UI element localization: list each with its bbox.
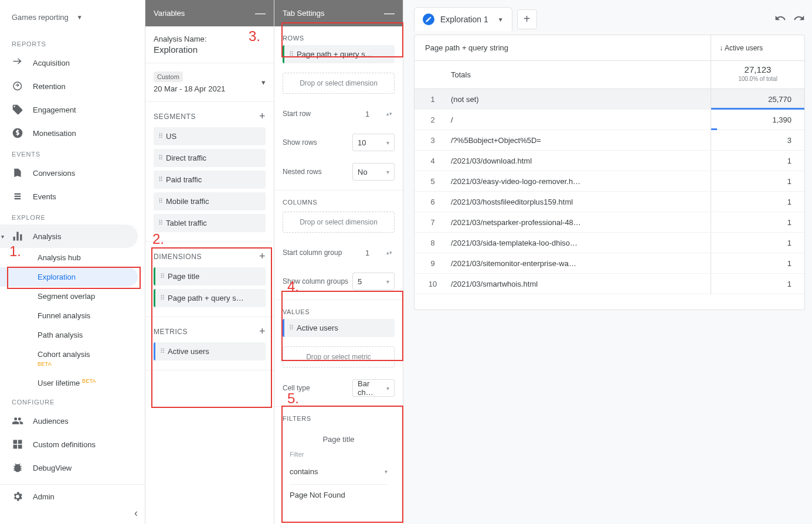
add-dimension-button[interactable]: + bbox=[259, 250, 266, 263]
chip-page-path-query-s-[interactable]: ⠿Page path + query s… bbox=[154, 289, 266, 307]
beta-badge: BETA bbox=[38, 361, 52, 367]
nav-exploration[interactable]: Exploration bbox=[0, 267, 138, 287]
cat-reports: REPORTS bbox=[0, 35, 145, 51]
analysis-name-label: Analysis Name: bbox=[154, 35, 266, 43]
nav-funnel-analysis[interactable]: Funnel analysis bbox=[0, 306, 145, 325]
redo-icon[interactable] bbox=[793, 12, 805, 26]
nested-rows-select[interactable]: No▾ bbox=[352, 163, 395, 181]
filter-dimension: Page title bbox=[290, 435, 388, 444]
row-value: 1 bbox=[711, 192, 804, 212]
debugview-icon bbox=[12, 462, 23, 474]
undo-icon[interactable] bbox=[774, 12, 786, 26]
cell-type-select[interactable]: Bar ch…▾ bbox=[352, 379, 395, 397]
drag-icon: ⠿ bbox=[160, 348, 164, 355]
nav-segment-overlap[interactable]: Segment overlap bbox=[0, 287, 145, 306]
table-header: Page path + query string ↓Active users bbox=[415, 35, 804, 61]
row-index: 9 bbox=[415, 253, 451, 273]
totals-label: Totals bbox=[415, 61, 711, 89]
drag-icon: ⠿ bbox=[158, 132, 162, 140]
table-row[interactable]: 10/2021/03/smartwhois.html1 bbox=[415, 274, 804, 294]
nav-engagement[interactable]: Engagement bbox=[0, 98, 145, 121]
table-row[interactable]: 3/?%5Bobject+Object%5D=3 bbox=[415, 130, 804, 151]
row-path: /2021/03/download.html bbox=[451, 151, 711, 171]
pencil-icon bbox=[423, 13, 434, 25]
th-metric[interactable]: ↓Active users bbox=[711, 35, 804, 60]
start-row-stepper[interactable]: 1▴▾ bbox=[352, 106, 395, 122]
row-value: 1 bbox=[711, 233, 804, 253]
column-drop-target[interactable]: Drop or select dimension bbox=[283, 212, 395, 233]
table-row[interactable]: 9/2021/03/sitemonitor-enterprise-wa…1 bbox=[415, 253, 804, 274]
table-row[interactable]: 2/1,390 bbox=[415, 110, 804, 130]
filters-label: FILTERS bbox=[274, 406, 403, 426]
chip-us[interactable]: ⠿US bbox=[154, 127, 266, 145]
row-drop-target[interactable]: Drop or select dimension bbox=[283, 73, 395, 94]
chip-active-users[interactable]: ⠿Active users bbox=[154, 342, 266, 360]
date-range-picker[interactable]: Custom 20 Mar - 18 Apr 2021 ▾ bbox=[145, 63, 274, 102]
filter-value-input[interactable]: Page Not Found bbox=[290, 491, 388, 505]
chip-page-title[interactable]: ⠿Page title bbox=[154, 267, 266, 285]
chip-tablet-traffic[interactable]: ⠿Tablet traffic bbox=[154, 214, 266, 232]
nav-user-lifetime[interactable]: User lifetime BETA bbox=[0, 373, 145, 393]
nav-analysis[interactable]: ▾ Analysis bbox=[0, 224, 138, 248]
minimize-icon[interactable]: — bbox=[255, 7, 266, 19]
nav-custom-definitions[interactable]: Custom definitions bbox=[0, 433, 145, 456]
nav-monetisation[interactable]: Monetisation bbox=[0, 121, 145, 145]
nav-events[interactable]: Events bbox=[0, 185, 145, 208]
beta-badge: BETA bbox=[82, 378, 96, 384]
collapse-sidebar-button[interactable]: ‹ bbox=[134, 507, 138, 519]
filter-block[interactable]: Page title Filter contains ▾ Page Not Fo… bbox=[283, 429, 395, 511]
gear-icon bbox=[12, 491, 23, 502]
table-row[interactable]: 6/2021/03/hostsfileeditorplus159.html1 bbox=[415, 192, 804, 212]
th-dimension[interactable]: Page path + query string bbox=[415, 35, 711, 60]
table-row[interactable]: 8/2021/03/sida-templateka-loo-dhiso…1 bbox=[415, 233, 804, 253]
cat-explore: EXPLORE bbox=[0, 208, 145, 224]
conversions-icon bbox=[12, 167, 23, 179]
row-chip[interactable]: ⠿Page path + query s… bbox=[283, 45, 395, 63]
table-row[interactable]: 4/2021/03/download.html1 bbox=[415, 151, 804, 171]
row-value: 1 bbox=[711, 212, 804, 232]
analysis-name-block[interactable]: Analysis Name: Exploration bbox=[145, 26, 274, 63]
add-tab-button[interactable]: + bbox=[517, 9, 537, 29]
metrics-label: METRICS bbox=[154, 328, 188, 336]
exploration-tab[interactable]: Exploration 1 ▼ bbox=[414, 7, 512, 31]
nav-audiences[interactable]: Audiences bbox=[0, 409, 145, 433]
minimize-icon[interactable]: — bbox=[384, 7, 395, 19]
cat-configure: CONFIGURE bbox=[0, 393, 145, 409]
add-metric-button[interactable]: + bbox=[259, 325, 266, 338]
nav-admin-label: Admin bbox=[33, 492, 55, 501]
show-col-select[interactable]: 5▾ bbox=[352, 273, 395, 290]
dimensions-section: DIMENSIONS+ ⠿Page title⠿Page path + quer… bbox=[145, 242, 274, 317]
start-col-stepper[interactable]: 1▴▾ bbox=[352, 244, 395, 261]
row-value: 1 bbox=[711, 171, 804, 191]
value-chip[interactable]: ⠿Active users bbox=[283, 319, 395, 337]
nav-admin[interactable]: Admin bbox=[0, 485, 145, 508]
nav-path-analysis[interactable]: Path analysis bbox=[0, 325, 145, 345]
nav-cohort[interactable]: Cohort analysis BETA bbox=[0, 345, 145, 373]
row-index: 6 bbox=[415, 192, 451, 212]
nav-analysis-hub[interactable]: Analysis hub bbox=[0, 248, 145, 267]
row-path: /2021/03/smartwhois.html bbox=[451, 274, 711, 294]
value-drop-target[interactable]: Drop or select metric bbox=[283, 346, 395, 368]
nav-retention[interactable]: Retention bbox=[0, 74, 145, 98]
chip-direct-traffic[interactable]: ⠿Direct traffic bbox=[154, 149, 266, 167]
row-value: 1 bbox=[711, 253, 804, 273]
add-segment-button[interactable]: + bbox=[259, 110, 266, 123]
nav-acquisition[interactable]: Acquisition bbox=[0, 51, 145, 74]
table-row[interactable]: 7/2021/03/netsparker-professional-48…1 bbox=[415, 212, 804, 233]
property-selector[interactable]: Games reporting ▼ bbox=[0, 0, 145, 35]
chip-paid-traffic[interactable]: ⠿Paid traffic bbox=[154, 171, 266, 189]
row-value: 1 bbox=[711, 151, 804, 171]
chevron-down-icon[interactable]: ▼ bbox=[498, 16, 504, 23]
nav-debugview[interactable]: DebugView bbox=[0, 456, 145, 479]
nav-conversions[interactable]: Conversions bbox=[0, 161, 145, 185]
show-rows-select[interactable]: 10▾ bbox=[352, 134, 395, 151]
result-area: Exploration 1 ▼ + Page path + query stri… bbox=[403, 0, 812, 524]
chip-mobile-traffic[interactable]: ⠿Mobile traffic bbox=[154, 192, 266, 210]
row-path: /2021/03/easy-video-logo-remover.h… bbox=[451, 171, 711, 191]
table-row[interactable]: 1(not set)25,770 bbox=[415, 89, 804, 110]
engagement-icon bbox=[12, 104, 23, 115]
audiences-icon bbox=[12, 415, 23, 427]
table-row[interactable]: 5/2021/03/easy-video-logo-remover.h…1 bbox=[415, 171, 804, 192]
drag-icon: ⠿ bbox=[158, 176, 162, 183]
filter-operator-select[interactable]: contains ▾ bbox=[290, 464, 388, 485]
